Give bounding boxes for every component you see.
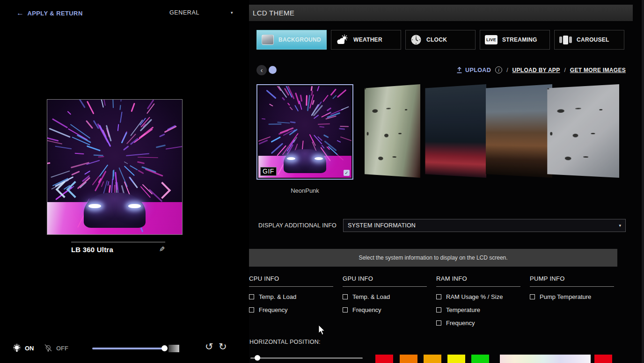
info-icon[interactable]: i xyxy=(495,66,502,73)
option-label: RAM Usage % / Size xyxy=(446,293,503,300)
neon-streak xyxy=(326,108,331,112)
swatch-red[interactable] xyxy=(375,355,393,363)
checkbox-ram-usage-size-unchecked[interactable] xyxy=(436,294,441,299)
mode-dropdown[interactable]: GENERAL ▾ xyxy=(169,7,233,18)
neon-streak xyxy=(332,95,337,99)
neon-streak xyxy=(340,126,349,127)
neon-streak xyxy=(341,106,349,110)
neon-streak xyxy=(129,176,134,183)
option-ram-usage-size[interactable]: RAM Usage % / Size xyxy=(436,293,525,300)
swatch-amber[interactable] xyxy=(424,355,441,363)
separator: / xyxy=(506,67,508,73)
option-temperature[interactable]: Temperature xyxy=(436,306,525,313)
checkbox-pump-temperature-unchecked[interactable] xyxy=(530,294,535,299)
neon-streak xyxy=(166,145,182,149)
checkbox-temp-load-unchecked[interactable] xyxy=(249,294,254,299)
edit-name-icon[interactable]: ✎ xyxy=(159,245,165,254)
neon-streak xyxy=(339,128,345,130)
page-indicator-dot[interactable] xyxy=(269,66,277,74)
option-pump-temperature[interactable]: Pump Temperature xyxy=(530,293,619,300)
neon-streak xyxy=(266,90,277,99)
gallery-prev-button[interactable]: ‹ xyxy=(256,65,267,75)
device-name: LB 360 Ultra xyxy=(71,246,113,254)
neon-streak xyxy=(117,124,119,131)
neon-streak xyxy=(112,100,114,108)
scrollbar-track[interactable] xyxy=(642,0,644,363)
neon-streak xyxy=(75,153,84,154)
option-frequency[interactable]: Frequency xyxy=(249,306,338,313)
neon-streak xyxy=(71,162,89,168)
option-temp-load[interactable]: Temp. & Load xyxy=(249,293,338,300)
rotate-ccw-button[interactable]: ↺ xyxy=(205,341,213,351)
bulb-off-icon xyxy=(44,343,53,353)
device-name-block: LB 360 Ultra ✎ xyxy=(71,242,165,254)
thumbnail-spotted-wall[interactable] xyxy=(365,84,420,178)
thumbnail-cyber-room[interactable] xyxy=(425,84,486,178)
art-spot xyxy=(386,108,391,109)
art-spot xyxy=(392,156,396,158)
neon-streak xyxy=(137,161,145,164)
neon-chevron xyxy=(66,181,84,198)
neon-streak xyxy=(72,100,86,108)
section-ram-info: RAM INFORAM Usage % / SizeTemperatureFre… xyxy=(436,275,525,326)
option-frequency[interactable]: Frequency xyxy=(343,306,432,313)
checkbox-frequency-unchecked[interactable] xyxy=(343,307,348,312)
additional-info-dropdown[interactable]: SYSTEM INFORMATION ▾ xyxy=(343,219,626,232)
upload-by-app-link[interactable]: UPLOAD BY APP xyxy=(512,67,560,73)
tab-weather[interactable]: WEATHER xyxy=(331,30,401,50)
tab-clock[interactable]: CLOCK xyxy=(405,30,476,50)
lcd-on-toggle[interactable]: ON xyxy=(12,343,34,353)
upload-button[interactable]: UPLOAD xyxy=(456,67,491,73)
checkbox-temperature-unchecked[interactable] xyxy=(436,307,441,312)
tab-background[interactable]: BACKGROUND xyxy=(256,30,327,50)
option-temp-load[interactable]: Temp. & Load xyxy=(343,293,432,300)
lcd-off-toggle[interactable]: OFF xyxy=(44,343,68,353)
neon-streak xyxy=(294,105,299,112)
gallery-toolbar: ‹ UPLOAD i / UPLOAD BY APP / GET MORE IM… xyxy=(249,65,633,77)
thumbnail-checkbox-checked[interactable]: ✓ xyxy=(344,170,350,176)
neon-streak xyxy=(139,126,154,138)
apply-return-label: APPLY & RETURN xyxy=(27,10,82,17)
tab-streaming[interactable]: LIVESTREAMING xyxy=(480,30,550,50)
tab-carousel[interactable]: CAROUSEL xyxy=(554,30,624,50)
brightness-slider[interactable] xyxy=(92,348,166,349)
option-frequency[interactable]: Frequency xyxy=(436,319,525,326)
horizontal-position-slider[interactable] xyxy=(250,357,363,359)
tab-label: CLOCK xyxy=(426,36,447,43)
swatch-pastel-gradient[interactable] xyxy=(500,355,591,363)
thumbnail-neonpunk-selected[interactable]: GIF ✓ xyxy=(256,84,353,180)
headlight xyxy=(128,204,140,209)
swatch-yellow[interactable] xyxy=(447,355,465,363)
chevron-down-icon: ▾ xyxy=(231,10,233,15)
art-spot xyxy=(572,134,578,138)
rotate-cw-button[interactable]: ↻ xyxy=(219,341,227,351)
thumbnail-sky-birds[interactable] xyxy=(547,84,619,178)
section-pump-info: PUMP INFOPump Temperature xyxy=(530,275,619,300)
neon-streak xyxy=(337,140,341,143)
neon-streak xyxy=(271,143,283,154)
thumbnail-name: NeonPunk xyxy=(256,187,353,194)
checkbox-temp-load-unchecked[interactable] xyxy=(343,294,348,299)
horizontal-position-label: HORIZONTAL POSITION: xyxy=(249,339,321,345)
neon-streak xyxy=(269,104,272,106)
upload-icon xyxy=(456,67,462,73)
horizontal-position-knob[interactable] xyxy=(255,355,260,361)
chevron-down-icon: ▾ xyxy=(619,223,621,228)
thumbnail-spaceship[interactable] xyxy=(486,84,552,178)
checkbox-frequency-unchecked[interactable] xyxy=(249,307,254,312)
neon-streak xyxy=(287,103,290,106)
carousel-icon xyxy=(559,36,572,44)
apply-return-button[interactable]: ← APPLY & RETURN xyxy=(16,9,83,17)
brightness-slider-knob[interactable] xyxy=(161,345,168,351)
option-label: Temp. & Load xyxy=(352,293,390,300)
swatch-green[interactable] xyxy=(471,355,489,363)
swatch-red-2[interactable] xyxy=(594,355,612,363)
swatch-orange[interactable] xyxy=(400,355,417,363)
tab-label: BACKGROUND xyxy=(278,36,321,43)
neon-streak xyxy=(317,86,322,91)
lcd-preview-image xyxy=(47,99,183,235)
get-more-images-link[interactable]: GET MORE IMAGES xyxy=(570,67,626,73)
checkbox-frequency-unchecked[interactable] xyxy=(436,320,441,326)
neon-streak xyxy=(94,154,103,156)
section-cpu-info: CPU INFOTemp. & LoadFrequency xyxy=(249,275,338,313)
